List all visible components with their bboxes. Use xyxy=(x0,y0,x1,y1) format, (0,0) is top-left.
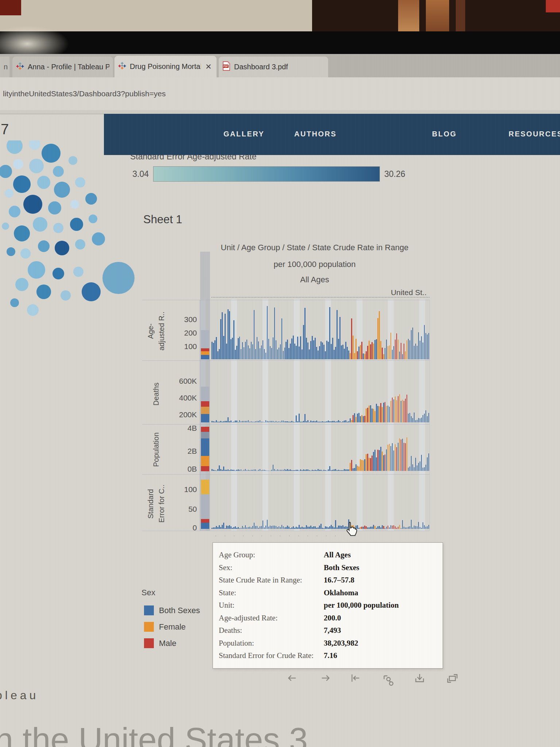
bubble-mark[interactable] xyxy=(55,241,69,255)
bar-mark[interactable] xyxy=(364,416,365,422)
bar-mark[interactable] xyxy=(316,347,317,359)
bar-mark[interactable] xyxy=(258,470,259,471)
bubble-mark[interactable] xyxy=(42,144,61,163)
bar-mark[interactable] xyxy=(407,527,408,529)
bar-mark[interactable] xyxy=(302,422,303,422)
bar-mark[interactable] xyxy=(425,527,427,529)
bar-mark[interactable] xyxy=(287,526,288,529)
undo-icon[interactable] xyxy=(285,672,298,686)
bar-mark[interactable] xyxy=(370,405,371,422)
bar-mark[interactable] xyxy=(248,527,249,529)
bubble-mark[interactable] xyxy=(28,261,45,279)
bar-mark[interactable] xyxy=(213,421,214,422)
bar-mark[interactable] xyxy=(291,421,292,422)
bar-mark[interactable] xyxy=(274,469,275,471)
bar-mark[interactable] xyxy=(424,525,425,529)
bar-mark[interactable] xyxy=(213,343,214,359)
bar-mark[interactable] xyxy=(312,527,313,529)
bar-mark[interactable] xyxy=(304,527,306,529)
bar-mark[interactable] xyxy=(367,527,368,529)
bar-mark[interactable] xyxy=(276,526,277,529)
bar-mark[interactable] xyxy=(389,345,390,359)
bar-mark[interactable] xyxy=(319,470,320,471)
bar-mark[interactable] xyxy=(339,317,341,359)
bar-mark[interactable] xyxy=(374,411,376,422)
bar-mark[interactable] xyxy=(331,421,332,422)
bar-mark[interactable] xyxy=(373,525,374,529)
bar-mark[interactable] xyxy=(407,340,408,359)
bar-mark[interactable] xyxy=(322,342,323,359)
bar-mark[interactable] xyxy=(345,342,346,359)
bubble-mark[interactable] xyxy=(7,247,15,256)
selected-column-stack-segment[interactable] xyxy=(201,438,209,456)
bar-mark[interactable] xyxy=(262,422,264,422)
bar-mark[interactable] xyxy=(402,520,403,529)
bar-mark[interactable] xyxy=(390,401,392,422)
bar-mark[interactable] xyxy=(309,470,310,471)
bar-mark[interactable] xyxy=(296,527,297,529)
bar-mark[interactable] xyxy=(300,422,301,422)
bar-mark[interactable] xyxy=(334,421,335,422)
bar-mark[interactable] xyxy=(245,525,246,529)
bar-mark[interactable] xyxy=(244,347,245,359)
bar-mark[interactable] xyxy=(255,526,256,529)
bar-mark[interactable] xyxy=(268,471,269,471)
bar-mark[interactable] xyxy=(415,526,416,529)
bar-mark[interactable] xyxy=(235,526,236,529)
bar-mark[interactable] xyxy=(255,469,256,471)
bar-mark[interactable] xyxy=(293,526,294,529)
bar-mark[interactable] xyxy=(262,520,264,529)
bar-mark[interactable] xyxy=(379,406,380,422)
bar-mark[interactable] xyxy=(360,459,361,471)
bar-mark[interactable] xyxy=(260,420,261,422)
bar-mark[interactable] xyxy=(364,459,365,471)
bar-mark[interactable] xyxy=(390,446,392,471)
bar-mark[interactable] xyxy=(428,413,429,422)
bar-mark[interactable] xyxy=(303,469,304,471)
bar-mark[interactable] xyxy=(392,526,393,529)
bar-mark[interactable] xyxy=(401,343,402,359)
bubble-mark[interactable] xyxy=(20,248,31,259)
bar-mark[interactable] xyxy=(249,348,250,359)
bar-mark[interactable] xyxy=(329,466,330,471)
bar-mark[interactable] xyxy=(303,325,304,359)
bubble-mark[interactable] xyxy=(53,166,64,177)
bar-mark[interactable] xyxy=(294,344,295,359)
bubble-mark[interactable] xyxy=(102,262,135,294)
bar-mark[interactable] xyxy=(294,422,295,422)
bar-mark[interactable] xyxy=(287,340,288,359)
selected-column-stack-segment[interactable] xyxy=(201,407,209,414)
bar-mark[interactable] xyxy=(225,421,226,422)
bar-mark[interactable] xyxy=(238,422,239,422)
bar-mark[interactable] xyxy=(241,528,242,529)
bar-mark[interactable] xyxy=(300,336,301,359)
bar-mark[interactable] xyxy=(322,471,323,471)
nav-item-authors[interactable]: AUTHORS xyxy=(294,130,337,138)
bar-mark[interactable] xyxy=(257,471,258,471)
bar-mark[interactable] xyxy=(383,354,384,359)
bar-mark[interactable] xyxy=(402,439,403,471)
bar-mark[interactable] xyxy=(297,337,298,359)
bar-mark[interactable] xyxy=(267,306,268,359)
bar-mark[interactable] xyxy=(338,470,339,471)
bar-mark[interactable] xyxy=(345,469,346,471)
bar-mark[interactable] xyxy=(329,421,330,422)
bar-mark[interactable] xyxy=(238,338,239,359)
bar-mark[interactable] xyxy=(296,415,297,422)
bar-mark[interactable] xyxy=(369,406,370,422)
bar-mark[interactable] xyxy=(223,336,224,359)
bar-mark[interactable] xyxy=(360,416,361,422)
bar-mark[interactable] xyxy=(312,421,313,422)
bar-mark[interactable] xyxy=(229,470,230,471)
bar-mark[interactable] xyxy=(417,346,418,359)
bar-mark[interactable] xyxy=(297,527,298,529)
bar-mark[interactable] xyxy=(304,414,306,422)
bar-mark[interactable] xyxy=(307,469,308,471)
bar-mark[interactable] xyxy=(380,447,381,471)
bar-mark[interactable] xyxy=(252,526,253,529)
bar-mark[interactable] xyxy=(344,469,345,471)
bar-mark[interactable] xyxy=(236,421,237,422)
bar-mark[interactable] xyxy=(334,527,335,529)
bar-mark[interactable] xyxy=(307,527,308,529)
bar-mark[interactable] xyxy=(325,351,326,359)
